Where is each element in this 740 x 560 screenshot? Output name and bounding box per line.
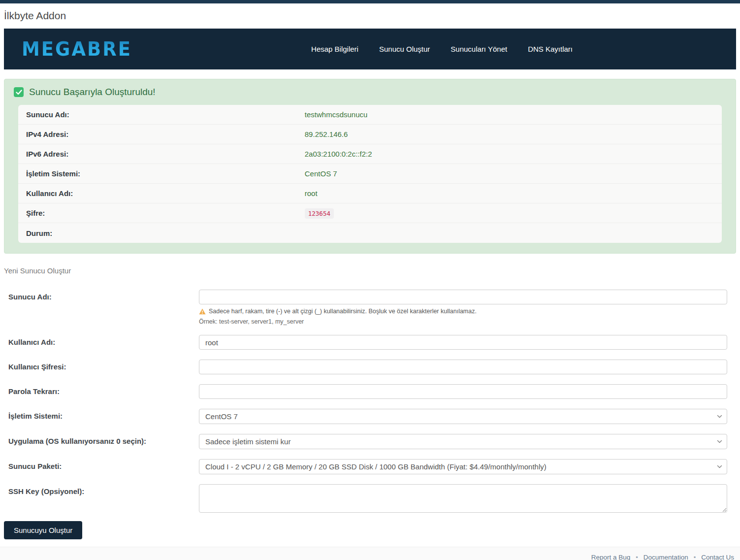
app-label: Uygulama (OS kullanıyorsanız 0 seçin): <box>8 437 146 445</box>
form-row-server-name: Sunucu Adı: Sadece harf, rakam, tire (-)… <box>0 290 740 325</box>
username-label: Kullanıcı Adı: <box>8 338 55 346</box>
nav-item-manage-servers[interactable]: Sunucuları Yönet <box>450 45 507 53</box>
username-input[interactable] <box>199 335 727 350</box>
form-row-app: Uygulama (OS kullanıyorsanız 0 seçin): S… <box>0 434 740 449</box>
username-value: root <box>305 189 318 198</box>
server-name-example: Örnek: test-server, server1, my_server <box>199 318 727 325</box>
top-accent-strip <box>0 0 740 3</box>
table-row-ipv6: IPv6 Adresi: 2a03:2100:0:2c::f2:2 <box>18 144 722 164</box>
footer-separator: • <box>694 554 696 560</box>
password-label: Kullanıcı Şifresi: <box>8 362 66 371</box>
table-row-password: Şifre: 123654 <box>18 203 722 223</box>
table-row-os: İşletim Sistemi: CentOS 7 <box>18 164 722 184</box>
main-nav: Hesap Bilgileri Sunucu Oluştur Sunucular… <box>311 45 573 53</box>
server-name-label: Sunucu Adı: <box>8 293 52 301</box>
package-label: Sunucu Paketi: <box>8 462 62 470</box>
page-footer: Report a Bug • Documentation • Contact U… <box>0 547 740 560</box>
ipv4-value: 89.252.146.6 <box>305 130 348 138</box>
check-icon <box>14 87 24 97</box>
password-badge: 123654 <box>305 208 334 219</box>
nav-item-create-server[interactable]: Sunucu Oluştur <box>379 45 430 53</box>
form-row-password-confirm: Parola Tekrarı: <box>0 384 740 399</box>
table-row-username: Kullanıcı Adı: root <box>18 184 722 203</box>
create-server-form: Sunucu Adı: Sadece harf, rakam, tire (-)… <box>0 290 740 539</box>
detail-label: Durum: <box>26 229 305 237</box>
page-title: İlkbyte Addon <box>4 10 736 22</box>
detail-label: IPv6 Adresi: <box>26 150 305 158</box>
detail-label: Sunucu Adı: <box>26 110 305 119</box>
form-row-ssh-key: SSH Key (Opsiyonel): <box>0 484 740 515</box>
table-row-ipv4: IPv4 Adresi: 89.252.146.6 <box>18 125 722 144</box>
success-alert-heading: Sunucu Başarıyla Oluşturuldu! <box>11 87 729 98</box>
server-name-input[interactable] <box>199 290 727 304</box>
form-row-password: Kullanıcı Şifresi: <box>0 360 740 374</box>
form-row-username: Kullanıcı Adı: <box>0 335 740 350</box>
app-select[interactable]: Sadece işletim sistemi kur <box>199 434 727 449</box>
success-alert-title: Sunucu Başarıyla Oluşturuldu! <box>29 87 156 98</box>
password-confirm-input[interactable] <box>199 384 727 399</box>
os-value: CentOS 7 <box>305 169 337 178</box>
os-label: İşletim Sistemi: <box>8 412 63 420</box>
success-alert: Sunucu Başarıyla Oluşturuldu! Sunucu Adı… <box>4 79 736 254</box>
detail-label: Şifre: <box>26 209 305 217</box>
nav-item-dns-records[interactable]: DNS Kayıtları <box>528 45 573 53</box>
ipv6-value: 2a03:2100:0:2c::f2:2 <box>305 150 372 158</box>
create-server-button[interactable]: Sunucuyu Oluştur <box>4 521 82 539</box>
warning-icon <box>199 308 206 315</box>
ssh-key-label: SSH Key (Opsiyonel): <box>8 487 84 495</box>
nav-item-account-info[interactable]: Hesap Bilgileri <box>311 45 358 53</box>
page-title-band: İlkbyte Addon <box>0 3 740 29</box>
package-select[interactable]: Cloud I - 2 vCPU / 2 GB Memory / 20 GB S… <box>199 459 727 474</box>
detail-label: İşletim Sistemi: <box>26 169 305 178</box>
server-name-hint: Sadece harf, rakam, tire (-) ve alt çizg… <box>199 308 727 315</box>
password-input[interactable] <box>199 360 727 374</box>
footer-link-contact-us[interactable]: Contact Us <box>701 554 734 560</box>
megabre-logo: MEGABRE <box>22 38 132 60</box>
detail-label: IPv4 Adresi: <box>26 130 305 138</box>
ssh-key-textarea[interactable] <box>199 484 727 513</box>
form-heading: Yeni Sunucu Oluştur <box>4 266 740 275</box>
table-row-server-name: Sunucu Adı: testwhmcsdsunucu <box>18 105 722 125</box>
server-name-value: testwhmcsdsunucu <box>305 110 368 119</box>
footer-separator: • <box>636 554 638 560</box>
detail-label: Kullanıcı Adı: <box>26 189 305 198</box>
password-confirm-label: Parola Tekrarı: <box>8 387 60 395</box>
footer-link-documentation[interactable]: Documentation <box>643 554 688 560</box>
footer-link-report-bug[interactable]: Report a Bug <box>591 554 631 560</box>
server-detail-table: Sunucu Adı: testwhmcsdsunucu IPv4 Adresi… <box>18 105 722 243</box>
table-row-status: Durum: <box>18 223 722 243</box>
os-select[interactable]: CentOS 7 <box>199 409 727 424</box>
app-header: MEGABRE Hesap Bilgileri Sunucu Oluştur S… <box>4 29 736 69</box>
form-row-os: İşletim Sistemi: CentOS 7 <box>0 409 740 424</box>
form-row-package: Sunucu Paketi: Cloud I - 2 vCPU / 2 GB M… <box>0 459 740 474</box>
